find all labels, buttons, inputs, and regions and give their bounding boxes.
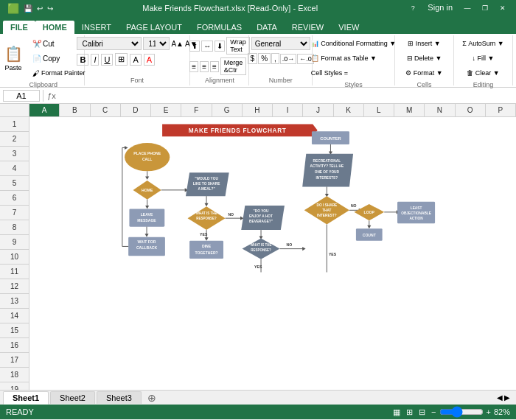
page-break-icon[interactable]: ⊟ xyxy=(419,407,425,417)
rec-text1: RECREATIONAL xyxy=(313,159,341,163)
row-11[interactable]: 11 xyxy=(0,265,29,279)
col-header-l[interactable]: L xyxy=(364,104,394,116)
cells-area[interactable]: MAKE FRIENDS FLOWCHART PLACE PHONE CALL … xyxy=(29,117,516,390)
row-19[interactable]: 19 xyxy=(0,382,29,390)
formula-input[interactable] xyxy=(60,91,513,100)
underline-button[interactable]: U xyxy=(101,54,113,66)
sheet-tab-3[interactable]: Sheet3 xyxy=(97,391,142,404)
row-13[interactable]: 13 xyxy=(0,294,29,309)
col-header-j[interactable]: J xyxy=(303,104,333,116)
redo-icon[interactable]: ↪ xyxy=(46,4,55,13)
row-3[interactable]: 3 xyxy=(0,147,29,161)
row-2[interactable]: 2 xyxy=(0,132,29,147)
close-button[interactable]: ✕ xyxy=(495,3,510,13)
currency-button[interactable]: $ xyxy=(248,53,258,64)
save-icon[interactable]: 💾 xyxy=(22,4,34,13)
col-header-e[interactable]: E xyxy=(151,104,181,116)
font-size-select[interactable]: 11 xyxy=(143,37,170,50)
row-18[interactable]: 18 xyxy=(0,368,29,382)
minimize-button[interactable]: — xyxy=(460,3,475,13)
decimal-inc-button[interactable]: .0→ xyxy=(280,54,297,64)
row-4[interactable]: 4 xyxy=(0,161,29,176)
align-mid-button[interactable]: ↔ xyxy=(201,41,213,52)
autosum-button[interactable]: Σ AutoSum ▼ xyxy=(459,37,507,50)
tab-insert[interactable]: INSERT xyxy=(74,21,119,34)
col-header-n[interactable]: N xyxy=(425,104,455,116)
font-grow-button[interactable]: A▲ xyxy=(171,40,184,48)
merge-button[interactable]: Merge&Ctr xyxy=(220,57,247,75)
arrowhead-loop-count xyxy=(367,225,371,228)
normal-view-icon[interactable]: ▦ xyxy=(393,407,400,417)
col-header-k[interactable]: K xyxy=(334,104,364,116)
page-layout-icon[interactable]: ⊞ xyxy=(406,407,413,417)
help-icon[interactable]: ? xyxy=(405,3,420,13)
col-header-p[interactable]: P xyxy=(486,104,516,116)
zoom-out-icon[interactable]: − xyxy=(431,407,436,416)
signin-label[interactable]: Sign in xyxy=(423,3,457,13)
col-header-f[interactable]: F xyxy=(181,104,212,116)
add-sheet-button[interactable]: ⊕ xyxy=(143,391,161,405)
row-1[interactable]: 1 xyxy=(0,117,29,132)
row-9[interactable]: 9 xyxy=(0,235,29,250)
paste-button[interactable]: 📋 Paste xyxy=(0,38,28,79)
percent-button[interactable]: % xyxy=(258,53,271,64)
row-8[interactable]: 8 xyxy=(0,220,29,235)
col-header-m[interactable]: M xyxy=(394,104,425,116)
align-right-button[interactable]: ≡ xyxy=(210,61,219,72)
format-table-button[interactable]: 📋 Format as Table ▼ xyxy=(308,52,380,65)
italic-button[interactable]: I xyxy=(91,54,99,66)
fill-color-button[interactable]: A xyxy=(130,54,141,66)
row-6[interactable]: 6 xyxy=(0,191,29,206)
row-10[interactable]: 10 xyxy=(0,250,29,265)
col-header-d[interactable]: D xyxy=(121,104,151,116)
align-center-button[interactable]: ≡ xyxy=(200,61,209,72)
tab-pagelayout[interactable]: PAGE LAYOUT xyxy=(119,21,189,34)
delete-button[interactable]: ⊟ Delete ▼ xyxy=(404,52,445,65)
col-header-a[interactable]: A xyxy=(29,104,60,116)
sheet-tab-1[interactable]: Sheet1 xyxy=(3,391,49,405)
comma-button[interactable]: , xyxy=(271,53,279,64)
row-15[interactable]: 15 xyxy=(0,323,29,338)
border-button[interactable]: ⊞ xyxy=(115,53,128,66)
insert-button[interactable]: ⊞ Insert ▼ xyxy=(405,37,443,50)
col-header-b[interactable]: B xyxy=(60,104,90,116)
row-7[interactable]: 7 xyxy=(0,206,29,220)
row-17[interactable]: 17 xyxy=(0,353,29,368)
cell-reference-input[interactable] xyxy=(3,90,40,102)
maximize-button[interactable]: ❐ xyxy=(478,3,492,13)
tab-file[interactable]: FILE xyxy=(3,21,35,34)
bold-button[interactable]: B xyxy=(77,54,88,66)
wrap-button[interactable]: WrapText xyxy=(226,37,249,55)
fill-button[interactable]: ↓ Fill ▼ xyxy=(470,52,498,65)
col-header-o[interactable]: O xyxy=(456,104,486,116)
number-format-select[interactable]: General xyxy=(251,37,310,50)
clear-button[interactable]: 🗑 Clear ▼ xyxy=(464,66,502,80)
scroll-right-icon[interactable]: ▶ xyxy=(504,393,510,402)
font-name-select[interactable]: Calibri xyxy=(77,37,142,50)
scroll-left-icon[interactable]: ◀ xyxy=(497,393,503,402)
undo-icon[interactable]: ↩ xyxy=(35,4,44,13)
zoom-in-icon[interactable]: + xyxy=(487,407,491,416)
col-header-i[interactable]: I xyxy=(273,104,303,116)
row-14[interactable]: 14 xyxy=(0,309,29,323)
zoom-slider[interactable] xyxy=(439,406,484,418)
align-top-button[interactable]: ⬆ xyxy=(189,41,200,52)
row-5[interactable]: 5 xyxy=(0,176,29,191)
conditional-format-button[interactable]: 📊 Conditional Formatting ▼ xyxy=(308,37,399,50)
align-left-button[interactable]: ≡ xyxy=(189,61,198,72)
row-12[interactable]: 12 xyxy=(0,279,29,294)
tab-data[interactable]: DATA xyxy=(249,21,285,34)
align-bot-button[interactable]: ⬇ xyxy=(215,41,225,52)
tab-home[interactable]: HOME xyxy=(35,21,74,34)
sheet-tab-2[interactable]: Sheet2 xyxy=(50,391,95,404)
col-header-c[interactable]: C xyxy=(91,104,121,116)
col-header-g[interactable]: G xyxy=(212,104,243,116)
font-color-button[interactable]: A xyxy=(144,54,155,66)
tab-review[interactable]: REVIEW xyxy=(285,21,331,34)
tab-view[interactable]: VIEW xyxy=(331,21,366,34)
col-header-h[interactable]: H xyxy=(243,104,273,116)
cell-styles-button[interactable]: Cell Styles = xyxy=(308,66,351,80)
row-16[interactable]: 16 xyxy=(0,338,29,353)
format-button[interactable]: ⚙ Format ▼ xyxy=(402,66,445,80)
tab-formulas[interactable]: FORMULAS xyxy=(189,21,249,34)
